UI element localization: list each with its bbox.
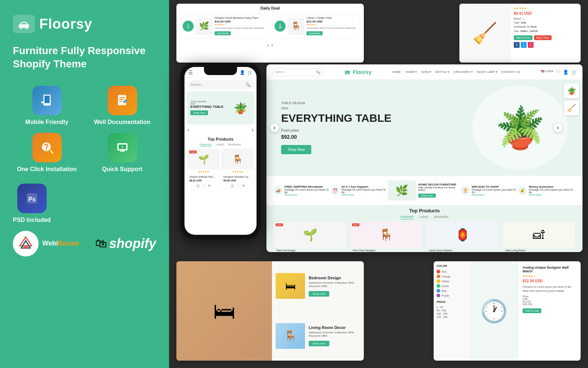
one-click-label: One Click Installation [17,166,77,173]
nav-home[interactable]: HOME [392,70,401,74]
bedroom-cta[interactable]: Shop now [309,291,329,297]
desk-tab-latest[interactable]: Latest [419,215,429,219]
hero-cta[interactable]: Shop Now [281,145,311,154]
phone-tab-featured[interactable]: Featured [200,143,212,146]
win100-readmore[interactable]: Read More [472,194,518,196]
interior-screenshot: 🛏 🛏 Bedroom Design Awesome Summer Collec… [176,261,364,361]
phone-product-1: 🌱 Sale ★★★★★ Texture Artificial Plan... … [187,149,219,189]
daily-deal-item-1: 117 🌿 Designer Small Barberton Daisy Pla… [180,14,268,38]
hero-prev[interactable]: ‹ [270,123,279,132]
feature-psd: Ps PSD Included [13,184,51,223]
svg-point-5 [46,104,48,105]
dd-prev[interactable]: ‹ [267,42,269,48]
phone-notch [204,67,237,75]
livingroom-img: 🪑 [276,323,305,349]
well-documentation-label: Well Documentation [94,119,151,125]
feature-shipping: 🚚 FREE SHIPPING Worldwide Package Of Lor… [274,185,331,196]
features-grid: Mobile Friendly Well Documentation [13,86,156,173]
color-green[interactable]: Green [437,284,467,288]
desk-tab-featured[interactable]: Featured [400,215,413,219]
desktop-screenshot: Search... 🔍 Floorsy HOME CHAIR ▾ SOFA ▾ … [266,64,582,252]
color-purple[interactable]: Purple [437,294,467,297]
phone-next[interactable]: › [252,127,254,133]
livingroom-panel: 🪑 Living Room Decor Awesome Summer Colle… [272,311,364,361]
product-detail-screenshot: 🧹 ★★★★★ $0.41 USD Brand: — Type: Sofa Av… [459,4,581,63]
feature-money-guarantee: 💰 Money Guarantee Package Of Lorem Ipsum… [518,185,575,196]
shipping-readmore[interactable]: Read More [284,194,331,196]
shopify-label: shopify [109,236,156,251]
pd-add-cart[interactable]: Add To Cart [514,35,533,40]
desk-products-row: 🌱 Sale Plant Pot Design $12.00 USD 🪑 Sal… [274,222,575,252]
nav-bottle[interactable]: BOTTLE ▾ [435,70,449,74]
desk-features-bar: 🚚 FREE SHIPPING Worldwide Package Of Lor… [266,176,582,205]
color-red[interactable]: Red [437,270,467,273]
desk-top-products-title: Top Products [274,208,575,213]
phone-search[interactable]: Search... 🔍 [187,80,254,89]
svg-rect-4 [44,96,50,103]
phone-hero: TABLE DESIGN 2021 EVERYTHING TABLE Shop … [187,91,254,124]
desk-tab-bestseller[interactable]: Bestseller [434,215,449,219]
dd-content-2: Lattner 1 Seater Chair $12.34 USD ★★★★☆ … [306,17,358,36]
br-add-cart[interactable]: Add to Cart [523,308,541,313]
desk-product-2: 🪑 Sale Pink Chair Designer $19.00 USD [350,222,423,252]
nav-crockery[interactable]: CROCKERY ▾ [453,70,472,74]
svg-point-12 [46,149,47,150]
phone-hero-cta[interactable]: Shop Now [190,110,208,115]
color-yellow[interactable]: Yellow [437,279,467,283]
homedecor-shopnow[interactable]: Shop Now [418,194,436,198]
phone-tab-latest[interactable]: Latest [216,143,224,146]
color-orange[interactable]: Orange [437,275,467,278]
daily-deal-screenshot: Daily Deal 117 🌿 Designer Small Barberto… [176,4,364,63]
daily-deal-title: Daily Deal [176,4,364,13]
pd-buy-now[interactable]: Buy It Now [534,35,552,40]
dd-next[interactable]: › [271,42,273,48]
support-readmore[interactable]: Read More [341,194,388,196]
svg-rect-15 [120,151,125,152]
nav-chair[interactable]: CHAIR ▾ [405,70,417,74]
phone-tabs: Featured Latest Bestseller [184,143,257,146]
webibazaar-logo: WebiBazaar [13,231,80,256]
phone-outer: ☰ Floorsy 👤 🛒 Search... 🔍 TABLE DESIGN [180,63,261,239]
currency-selector[interactable]: 🇺🇸 USD▾ [541,70,553,75]
thumb-1[interactable]: 🪴 [564,84,579,98]
nav-nightlamp[interactable]: NIGHT LAMP ▾ [477,70,497,74]
wb-icon [13,231,39,256]
well-documentation-icon [108,86,137,115]
dd-content-1: Designer Small Barberton Daisy Plant... … [215,17,266,36]
svg-rect-1 [20,27,22,29]
quick-support-icon [108,133,137,162]
br-clock-img: 🕐 [470,261,518,361]
phone-tab-bestseller[interactable]: Bestseller [228,143,241,146]
desk-header: Search... 🔍 Floorsy HOME CHAIR ▾ SOFA ▾ … [266,64,582,80]
cart-icon[interactable]: 🛒 [571,70,577,75]
desk-nav: HOME CHAIR ▾ SOFA ▾ BOTTLE ▾ CROCKERY ▾ … [392,70,520,74]
pd-price: $0.41 USD [514,11,578,15]
color-blue[interactable]: Blue [437,289,467,293]
account-icon[interactable]: 👤 [563,70,569,75]
desk-product-1: 🌱 Sale Plant Pot Design $12.00 USD [274,222,347,252]
nav-sofa[interactable]: SOFA ▾ [421,70,431,74]
mobile-friendly-label: Mobile Friendly [25,119,68,125]
feature-one-click: One Click Installation [13,133,81,173]
logo-area: Floorsy [13,15,156,33]
thumb-2[interactable]: 🧹 [564,100,579,115]
desk-logo: Floorsy [353,69,372,75]
bedroom-img: 🛏 [276,273,305,299]
br-product-name: Analog Unique Designer Wall Watch [523,266,576,273]
phone-product-2: 🪑 ★★★★★ Designer Wooden Ca... $9.60 USD … [222,149,254,189]
logo-icon [13,15,35,33]
feature-well-documentation: Well Documentation [88,86,156,125]
price-filter: PRICE 0 - 50 50 - 100 100 - 150 150 - 20… [437,300,467,318]
phone-prev[interactable]: ‹ [187,127,189,133]
nav-contact[interactable]: CONTACT US [502,70,520,74]
screenshots-area: Daily Deal 117 🌿 Designer Small Barberto… [169,0,588,368]
desk-search[interactable]: Search... 🔍 [272,68,323,76]
svg-rect-7 [118,95,126,105]
wishlist-icon[interactable]: ♡ [556,70,560,75]
livingroom-cta[interactable]: Shop now [309,341,329,346]
svg-rect-2 [26,27,28,29]
phone-top-products: Top Products [184,137,257,141]
money-readmore[interactable]: Read More [529,194,575,196]
hero-next[interactable]: › [553,123,562,132]
interior-main-img: 🛏 [176,261,272,361]
